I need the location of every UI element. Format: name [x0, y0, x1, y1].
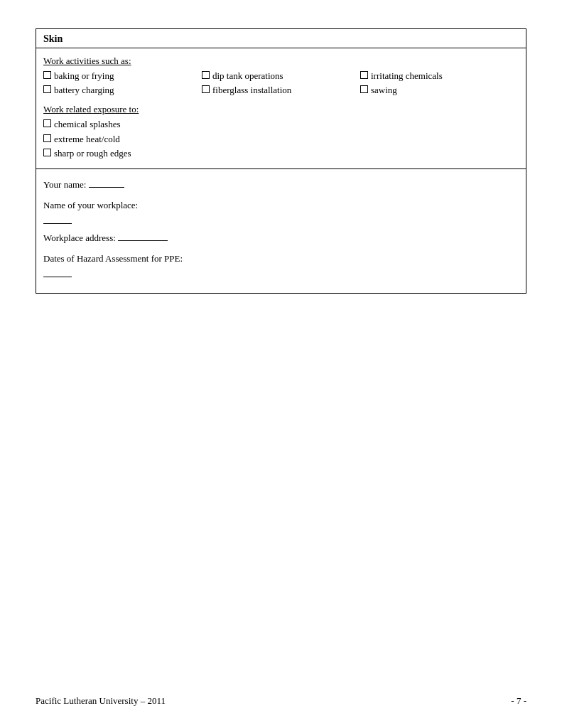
checkbox-col-3: irritating chemicals sawing	[360, 70, 519, 97]
checkbox-chemical[interactable]	[43, 119, 51, 127]
list-item: baking or frying	[43, 70, 202, 82]
list-item: dip tank operations	[202, 70, 360, 82]
skin-body: Work activities such as: baking or fryin…	[36, 48, 526, 169]
page: Skin Work activities such as: baking or …	[0, 0, 562, 728]
skin-title: Skin	[43, 33, 63, 44]
list-item: irritating chemicals	[360, 70, 519, 82]
checkbox-grid: baking or frying battery charging dip ta…	[43, 70, 519, 97]
checkbox-col-2: dip tank operations fiberglass installat…	[202, 70, 360, 97]
work-related-items: chemical splashes extreme heat/cold shar…	[43, 118, 519, 160]
checkbox-diptank-label: dip tank operations	[212, 70, 283, 82]
form-section: Your name: Name of your workplace: Workp…	[36, 169, 526, 293]
checkbox-col-1: baking or frying battery charging	[43, 70, 202, 97]
list-item: battery charging	[43, 84, 202, 97]
checkbox-diptank[interactable]	[202, 71, 210, 79]
checkbox-sharp-label: sharp or rough edges	[54, 147, 131, 160]
footer: Pacific Lutheran University – 2011 - 7 -	[36, 695, 526, 707]
checkbox-fiberglass-label: fiberglass installation	[212, 84, 291, 97]
checkbox-heat[interactable]	[43, 134, 51, 142]
checkbox-battery-label: battery charging	[54, 84, 114, 97]
checkbox-irritating[interactable]	[360, 71, 368, 79]
list-item: fiberglass installation	[202, 84, 360, 97]
workplace-address-row: Workplace address:	[43, 231, 519, 245]
checkbox-fiberglass[interactable]	[202, 85, 210, 93]
work-activities-label: Work activities such as:	[43, 55, 519, 67]
your-name-row: Your name:	[43, 178, 519, 192]
checkbox-sawing[interactable]	[360, 85, 368, 93]
workplace-name-row: Name of your workplace:	[43, 198, 519, 224]
list-item: sharp or rough edges	[43, 147, 519, 160]
skin-box: Skin Work activities such as: baking or …	[36, 28, 526, 294]
footer-center: - 7 -	[511, 695, 526, 707]
checkbox-sawing-label: sawing	[371, 84, 397, 97]
checkbox-irritating-label: irritating chemicals	[371, 70, 443, 82]
checkbox-baking[interactable]	[43, 71, 51, 79]
skin-header: Skin	[36, 29, 526, 48]
work-related-section: Work related exposure to: chemical splas…	[43, 104, 519, 160]
workplace-name-label: Name of your workplace:	[43, 200, 138, 210]
workplace-address-field[interactable]	[118, 231, 168, 241]
hazard-dates-label: Dates of Hazard Assessment for PPE:	[43, 253, 183, 264]
your-name-label: Your name:	[43, 179, 86, 190]
list-item: chemical splashes	[43, 118, 519, 131]
footer-left: Pacific Lutheran University – 2011	[36, 695, 166, 707]
list-item: extreme heat/cold	[43, 133, 519, 146]
list-item: sawing	[360, 84, 519, 97]
work-related-label: Work related exposure to:	[43, 104, 519, 115]
checkbox-battery[interactable]	[43, 85, 51, 93]
workplace-address-label: Workplace address:	[43, 232, 116, 243]
hazard-dates-field[interactable]	[43, 267, 72, 277]
checkbox-heat-label: extreme heat/cold	[54, 133, 120, 146]
hazard-dates-row: Dates of Hazard Assessment for PPE:	[43, 252, 519, 277]
checkbox-sharp[interactable]	[43, 149, 51, 156]
workplace-name-field[interactable]	[43, 214, 72, 224]
checkbox-baking-label: baking or frying	[54, 70, 114, 82]
checkbox-chemical-label: chemical splashes	[54, 118, 121, 131]
your-name-field[interactable]	[89, 178, 124, 188]
